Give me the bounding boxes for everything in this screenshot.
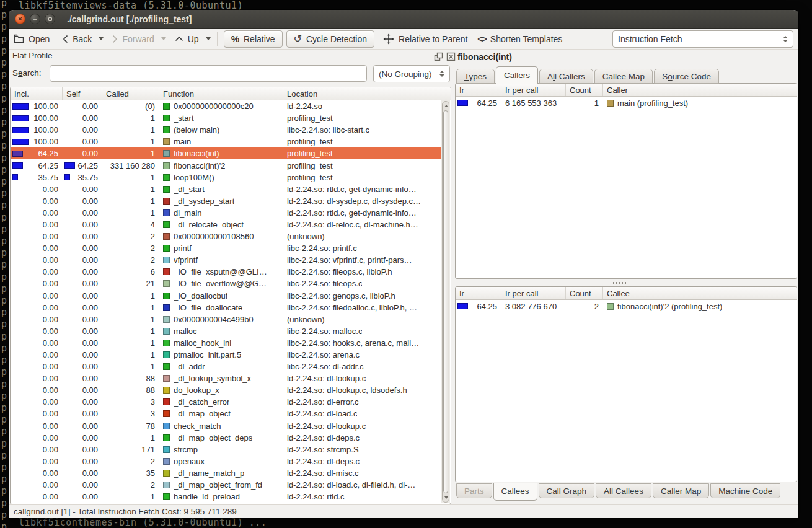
table-row[interactable]: 0.000.001dl_mainld-2.24.so: rtld.c, get-… bbox=[11, 207, 441, 219]
tab-callees[interactable]: Callees bbox=[493, 483, 537, 501]
scroll-up-arrow-icon[interactable] bbox=[444, 105, 448, 107]
back-button[interactable]: Back bbox=[63, 34, 104, 44]
table-row[interactable]: 64.250.001fibonacci(int)profiling_test bbox=[11, 147, 441, 159]
window-titlebar[interactable]: ✕ – ./callgrind.out [./profiling_test] bbox=[9, 10, 798, 29]
function-color-icon bbox=[163, 458, 170, 465]
column-header-irpercall[interactable]: Ir per call bbox=[501, 287, 566, 299]
forward-button[interactable]: Forward bbox=[112, 34, 165, 44]
table-row[interactable]: 0.000.001_dl_sysdep_startld-2.24.so: dl-… bbox=[11, 195, 441, 207]
table-row[interactable]: 0.000.002vfprintflibc-2.24.so: vfprintf.… bbox=[11, 254, 441, 266]
vertical-scrollbar[interactable] bbox=[441, 100, 450, 503]
column-header-count[interactable]: Count bbox=[566, 84, 603, 96]
bottom-tab-bar: PartsCalleesCall GraphAll CalleesCaller … bbox=[456, 483, 782, 501]
up-dropdown-arrow[interactable] bbox=[206, 37, 211, 40]
flat-profile-table-header[interactable]: Incl.SelfCalledFunctionLocation bbox=[11, 87, 451, 100]
tab-caller-map[interactable]: Caller Map bbox=[653, 483, 709, 498]
column-header-ir[interactable]: Ir bbox=[456, 287, 501, 299]
table-row[interactable]: 0.000.001_IO_doallocbuflibc-2.24.so: gen… bbox=[11, 290, 441, 302]
table-row[interactable]: 0.000.001_dl_addrlibc-2.24.so: dl-addr.c bbox=[11, 361, 441, 372]
tab-all-callees[interactable]: All Callees bbox=[596, 483, 651, 498]
callees-table-header[interactable]: IrIr per callCountCallee bbox=[456, 287, 797, 300]
tab-call-graph[interactable]: Call Graph bbox=[539, 483, 595, 498]
column-header-irpercall[interactable]: Ir per call bbox=[501, 84, 566, 96]
table-row[interactable]: 0.000.001handle_ld_preloadld-2.24.so: rt… bbox=[11, 491, 441, 503]
column-header-caller[interactable]: Caller bbox=[603, 84, 797, 96]
table-row[interactable]: 0.000.0010x0000000004c499b0(unknown) bbox=[11, 314, 441, 325]
tab-types[interactable]: Types bbox=[456, 69, 495, 84]
back-dropdown-arrow[interactable] bbox=[99, 37, 104, 40]
up-button[interactable]: Up bbox=[175, 34, 211, 44]
dock-float-icon[interactable] bbox=[434, 52, 443, 61]
table-row[interactable]: 64.256 165 553 3631main (profiling_test) bbox=[456, 97, 797, 109]
terminal-left-column: p p p p p p p p p p p p p p p p p p p p … bbox=[1, 0, 7, 528]
combo-spinner-icon bbox=[778, 36, 788, 42]
table-row[interactable]: 100.000.001(below main)libc-2.24.so: lib… bbox=[11, 124, 441, 136]
tab-callee-map[interactable]: Callee Map bbox=[594, 69, 653, 84]
selected-function-title: fibonacci(int) bbox=[457, 52, 512, 62]
up-chevron-icon bbox=[175, 36, 183, 42]
scroll-down-arrow-icon[interactable] bbox=[444, 496, 448, 499]
table-row[interactable]: 64.2564.25331 160 280fibonacci(int)'2pro… bbox=[11, 159, 441, 171]
function-color-icon bbox=[163, 304, 170, 311]
tab-callers[interactable]: Callers bbox=[496, 66, 538, 84]
column-header-callee[interactable]: Callee bbox=[603, 287, 797, 299]
table-row[interactable]: 0.000.006_IO_file_xsputn@@GLI…libc-2.24.… bbox=[11, 266, 441, 278]
table-row[interactable]: 0.000.0020x0000000000108560(unknown) bbox=[11, 231, 441, 242]
table-row[interactable]: 0.000.001_dl_map_object_depsld-2.24.so: … bbox=[11, 432, 441, 444]
table-row[interactable]: 0.000.001ptmalloc_init.part.5libc-2.24.s… bbox=[11, 349, 441, 361]
scrollbar-thumb[interactable] bbox=[443, 110, 448, 493]
column-header-location[interactable]: Location bbox=[283, 87, 451, 100]
splitter-handle[interactable] bbox=[455, 279, 797, 286]
table-row[interactable]: 100.000.001_startprofiling_test bbox=[11, 112, 441, 124]
relative-toggle-button[interactable]: % Relative bbox=[224, 30, 283, 48]
table-row[interactable]: 0.000.001_dl_startld-2.24.so: rtld.c, ge… bbox=[11, 183, 441, 195]
table-row[interactable]: 0.000.003_dl_map_objectld-2.24.so: dl-lo… bbox=[11, 408, 441, 420]
column-header-ir[interactable]: Ir bbox=[456, 84, 501, 96]
forward-dropdown-arrow[interactable] bbox=[161, 37, 166, 40]
table-row[interactable]: 0.000.001malloc_hook_inilibc-2.24.so: ho… bbox=[11, 337, 441, 349]
table-row[interactable]: 0.000.00171strcmpld-2.24.so: strcmp.S bbox=[11, 444, 441, 455]
table-row[interactable]: 0.000.001_IO_file_doallocatelibc-2.24.so… bbox=[11, 302, 441, 314]
table-row[interactable]: 0.000.001malloclibc-2.24.so: malloc.c bbox=[11, 325, 441, 337]
table-row[interactable]: 0.000.003_dl_catch_errorld-2.24.so: dl-e… bbox=[11, 396, 441, 408]
toolbar-separator bbox=[217, 32, 218, 46]
table-row[interactable]: 0.000.0088do_lookup_xld-2.24.so: dl-look… bbox=[11, 384, 441, 396]
table-row[interactable]: 35.7535.751loop100M()profiling_test bbox=[11, 172, 441, 183]
column-header-called[interactable]: Called bbox=[102, 87, 159, 100]
relative-to-parent-toggle[interactable]: Relative to Parent bbox=[383, 33, 467, 45]
window-minimize-button[interactable]: – bbox=[30, 14, 40, 24]
table-row[interactable]: 0.000.0078check_matchld-2.24.so: dl-look… bbox=[11, 420, 441, 432]
function-color-icon bbox=[163, 482, 170, 488]
forward-chevron-icon bbox=[112, 35, 118, 43]
tab-all-callers[interactable]: All Callers bbox=[539, 69, 593, 84]
search-input[interactable] bbox=[50, 65, 367, 82]
dock-title: Flat Profile bbox=[12, 51, 53, 60]
grouping-select[interactable]: (No Grouping) bbox=[373, 65, 450, 82]
window-close-button[interactable]: ✕ bbox=[15, 14, 25, 24]
column-header-count[interactable]: Count bbox=[566, 287, 603, 299]
table-row[interactable]: 0.000.002openauxld-2.24.so: dl-deps.c bbox=[11, 455, 441, 467]
column-header-incl[interactable]: Incl. bbox=[11, 87, 63, 100]
table-row[interactable]: 100.000.00(0)0x0000000000000c20ld-2.24.s… bbox=[11, 100, 441, 112]
cycle-detection-toggle-button[interactable]: ↺ Cycle Detection bbox=[286, 30, 374, 48]
cost-bar bbox=[457, 303, 468, 309]
table-row[interactable]: 64.253 082 776 6702fibonacci(int)'2 (pro… bbox=[456, 300, 797, 312]
open-button[interactable]: Open bbox=[14, 34, 50, 44]
event-type-select[interactable]: Instruction Fetch bbox=[612, 30, 793, 48]
table-row[interactable]: 100.000.001mainprofiling_test bbox=[11, 136, 441, 147]
table-row[interactable]: 0.000.0035_dl_name_match_pld-2.24.so: dl… bbox=[11, 467, 441, 479]
shorten-templates-toggle[interactable]: <> Shorten Templates bbox=[477, 33, 562, 44]
function-color-icon bbox=[163, 268, 170, 275]
table-row[interactable]: 0.000.004_dl_relocate_objectld-2.24.so: … bbox=[11, 219, 441, 231]
table-row[interactable]: 0.000.0088_dl_lookup_symbol_xld-2.24.so:… bbox=[11, 372, 441, 384]
column-header-function[interactable]: Function bbox=[159, 87, 283, 100]
table-row[interactable]: 0.000.002printflibc-2.24.so: printf.c bbox=[11, 242, 441, 254]
callers-table-header[interactable]: IrIr per callCountCaller bbox=[456, 84, 797, 97]
tab-source-code[interactable]: Source Code bbox=[654, 69, 719, 84]
tab-machine-code[interactable]: Machine Code bbox=[710, 483, 780, 498]
table-row[interactable]: 0.000.002_dl_map_object_from_fdld-2.24.s… bbox=[11, 479, 441, 491]
column-header-self[interactable]: Self bbox=[63, 87, 102, 100]
table-row[interactable]: 0.000.0021_IO_file_overflow@@G…libc-2.24… bbox=[11, 278, 441, 289]
window-maximize-button[interactable] bbox=[45, 14, 55, 24]
function-color-icon bbox=[163, 174, 170, 181]
